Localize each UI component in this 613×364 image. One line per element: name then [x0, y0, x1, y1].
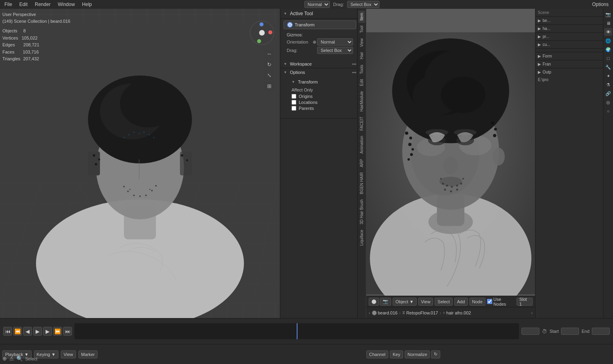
prev-frame-btn[interactable]: ⏪: [13, 327, 22, 336]
vtab-hairmodule[interactable]: HairModule: [358, 89, 365, 114]
gizmo-center[interactable]: [259, 30, 265, 36]
prop-constraint-icon[interactable]: 🔗: [604, 90, 612, 97]
drag-select-panel[interactable]: Select Box: [317, 47, 353, 54]
prop-world-icon[interactable]: 🌍: [604, 46, 612, 54]
breadcrumb-item3[interactable]: ○ hair afro.002: [443, 310, 471, 315]
channel-btn[interactable]: Channel: [366, 350, 388, 358]
far-right-header1[interactable]: ▶ be...: [535, 17, 613, 24]
jump-end-btn[interactable]: ⏭: [63, 327, 72, 336]
prop-view-icon[interactable]: 👁: [604, 28, 612, 36]
marker-btn[interactable]: Marker: [78, 350, 98, 358]
breadcrumb-item1[interactable]: ⬤ beard.016: [372, 310, 398, 315]
menu-window[interactable]: Window: [56, 1, 77, 8]
render-sphere-btn[interactable]: ⬤: [369, 298, 379, 306]
vtab-faceit[interactable]: FACEIT: [358, 114, 365, 133]
outp-header[interactable]: ▶ Outp: [535, 68, 613, 76]
vtab-tool[interactable]: Tool: [358, 23, 365, 35]
keying-btn[interactable]: Keying ▼: [34, 350, 59, 358]
options-header[interactable]: ▼ Options •••: [280, 68, 359, 76]
menu-file[interactable]: File: [2, 1, 14, 8]
workspace-header[interactable]: ▼ Workspace •••: [280, 60, 359, 68]
vtab-bgenhair[interactable]: BGEN HAIR: [358, 170, 365, 197]
parents-checkbox[interactable]: [292, 106, 296, 111]
vtab-item[interactable]: Item: [358, 10, 365, 23]
far-right-header2[interactable]: ▶ ha...: [535, 25, 613, 32]
vtab-arp[interactable]: ARP: [358, 157, 365, 170]
transform-btn[interactable]: Transform: [284, 20, 356, 29]
prop-output-icon[interactable]: 🖥: [604, 19, 612, 27]
move-tool-icon[interactable]: ↔: [264, 49, 274, 58]
vtab-animation[interactable]: Animation: [358, 133, 365, 156]
viewport-gizmo[interactable]: [250, 21, 274, 45]
add-btn[interactable]: Add: [454, 298, 468, 306]
options-btn[interactable]: Options: [590, 1, 611, 8]
orientation-select[interactable]: Normal: [317, 38, 353, 46]
prop-render-icon[interactable]: 📷: [604, 10, 612, 18]
select-btn[interactable]: Select: [435, 298, 453, 306]
jump-start-btn[interactable]: ⏮: [3, 327, 12, 336]
scale-tool-icon[interactable]: ⤡: [264, 70, 274, 80]
view-btn[interactable]: View: [418, 298, 433, 306]
breadcrumb-arrow[interactable]: ›: [369, 310, 370, 315]
vtab-3dhairbrush[interactable]: 3D Hair Brush: [358, 197, 365, 227]
objects-row: Objects 8: [2, 28, 70, 35]
start-input[interactable]: 231: [561, 328, 579, 335]
object-btn[interactable]: Object ▼: [393, 298, 417, 306]
fran-header[interactable]: ▶ Fran: [535, 60, 613, 68]
origins-checkbox[interactable]: [292, 94, 296, 99]
form-label: Form: [543, 54, 552, 58]
node-btn[interactable]: Node: [469, 298, 485, 306]
mode-select[interactable]: Normal: [304, 1, 330, 8]
gizmo-z-axis[interactable]: [260, 22, 264, 26]
vtab-hair[interactable]: Hair: [358, 50, 365, 62]
prop-material-icon[interactable]: ○: [604, 107, 612, 115]
prop-physics-icon[interactable]: ⚗: [604, 81, 612, 89]
key-btn[interactable]: Key: [390, 350, 403, 358]
prev-keyframe-btn[interactable]: ◀: [23, 327, 32, 336]
next-frame-btn[interactable]: ⏩: [53, 327, 62, 336]
vtab-liquiface[interactable]: Liquiface: [358, 227, 365, 248]
frame-input[interactable]: 149: [521, 328, 539, 335]
bottom-icon2[interactable]: ⚠: [9, 356, 14, 362]
prop-scene-icon[interactable]: 🌐: [604, 37, 612, 45]
slot-btn[interactable]: Slot 1: [517, 298, 533, 306]
vtab-tools[interactable]: Tools: [358, 62, 365, 76]
prop-particle-icon[interactable]: ✦: [604, 72, 612, 80]
menu-edit[interactable]: Edit: [17, 1, 30, 8]
active-tool-header[interactable]: ▼ Active Tool: [280, 9, 359, 19]
breadcrumb-end-arrow[interactable]: ›: [531, 310, 533, 315]
bottom-icon1[interactable]: ⊕: [2, 356, 7, 362]
svg-point-49: [154, 137, 155, 138]
prop-object-icon[interactable]: □: [604, 54, 612, 62]
normalize-icon-btn[interactable]: ↻: [431, 350, 440, 358]
drag-select[interactable]: Select Box: [347, 1, 379, 8]
use-nodes-checkbox[interactable]: [487, 299, 492, 304]
view-btn-bottom[interactable]: View: [61, 350, 76, 358]
next-keyframe-btn[interactable]: ▶: [43, 327, 52, 336]
rotate-tool-icon[interactable]: ↻: [264, 60, 274, 69]
vtab-edit[interactable]: Edit: [358, 77, 365, 88]
far-right-header3[interactable]: ▶ pr...: [535, 33, 613, 40]
end-input[interactable]: 280: [592, 328, 610, 335]
vtab-view[interactable]: View: [358, 36, 365, 50]
prop-data-icon[interactable]: ◎: [604, 98, 612, 106]
gizmo-x-axis[interactable]: [268, 30, 272, 34]
far-right-header4[interactable]: ▶ cu...: [535, 41, 613, 48]
transform-sub-header[interactable]: ▼ Transform: [284, 78, 356, 86]
timeline-cursor: [297, 323, 298, 339]
form-header[interactable]: ▶ Form: [535, 52, 613, 60]
workspace-menu[interactable]: •••: [352, 62, 356, 66]
play-btn[interactable]: ▶: [33, 327, 42, 336]
locations-checkbox[interactable]: [292, 100, 296, 105]
prop-modifier-icon[interactable]: 🔧: [604, 63, 612, 71]
gizmo-y-axis[interactable]: [257, 39, 261, 43]
camera-btn[interactable]: 📷: [380, 298, 391, 306]
grid-tool-icon[interactable]: ⊞: [264, 81, 274, 91]
bottom-icon3[interactable]: 🔍: [16, 356, 23, 362]
normalize-btn[interactable]: Normalize: [405, 350, 430, 358]
timeline-track[interactable]: [74, 323, 519, 339]
breadcrumb-item2[interactable]: ⧖ RetopoFlow.017: [402, 310, 438, 315]
menu-render[interactable]: Render: [33, 1, 52, 8]
menu-help[interactable]: Help: [80, 1, 94, 8]
options-menu[interactable]: •••: [352, 70, 356, 75]
